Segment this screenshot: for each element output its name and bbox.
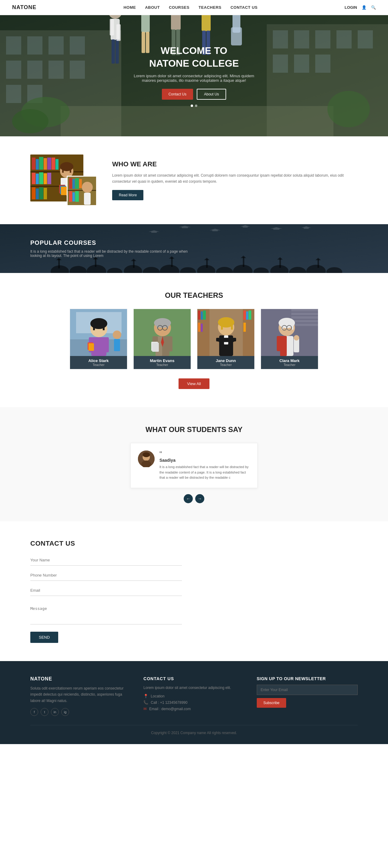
- teacher-photo-jane: [197, 309, 255, 356]
- svg-rect-43: [231, 27, 242, 45]
- svg-rect-100: [304, 228, 308, 229]
- footer-phone: 📞 Call : +1 12345678990: [143, 700, 244, 705]
- svg-rect-8: [6, 61, 21, 79]
- svg-rect-62: [36, 188, 39, 199]
- email-icon: ✉: [143, 707, 147, 711]
- dot-1[interactable]: [191, 104, 193, 107]
- view-all-button[interactable]: View All: [179, 378, 209, 389]
- phone-input[interactable]: [30, 570, 182, 581]
- svg-rect-140: [103, 337, 109, 352]
- svg-rect-22: [61, 106, 333, 136]
- svg-rect-81: [75, 178, 79, 189]
- teacher-role-alice: Teacher: [72, 363, 125, 367]
- nav-teachers[interactable]: TEACHERS: [199, 5, 221, 10]
- footer: NATONE Soluta odit exercitationem rerum …: [0, 661, 388, 744]
- svg-point-151: [154, 318, 171, 328]
- svg-rect-169: [201, 311, 203, 320]
- svg-rect-18: [358, 30, 373, 49]
- svg-rect-128: [243, 257, 244, 267]
- dot-2[interactable]: [195, 104, 197, 107]
- svg-rect-174: [246, 311, 248, 320]
- svg-rect-63: [39, 187, 43, 199]
- svg-rect-204: [277, 336, 282, 351]
- footer-brand-text: Soluta odit exercitationem rerum aperiam…: [30, 685, 131, 704]
- svg-rect-56: [39, 172, 43, 184]
- svg-rect-79: [69, 178, 72, 189]
- svg-rect-12: [6, 85, 21, 103]
- nav-home[interactable]: HOME: [123, 5, 136, 10]
- subscribe-button[interactable]: Subscribe: [257, 698, 286, 708]
- instagram-icon[interactable]: ig: [61, 708, 69, 716]
- svg-rect-147: [114, 339, 120, 351]
- read-more-button[interactable]: Read More: [112, 190, 143, 200]
- svg-rect-6: [49, 36, 64, 55]
- svg-rect-122: [133, 260, 135, 268]
- popular-courses-section: POPULAR COURSES It is a long established…: [0, 224, 388, 273]
- svg-rect-124: [171, 258, 173, 267]
- linkedin-icon[interactable]: in: [51, 708, 59, 716]
- hero-subtitle: Lorem ipsum dolor sit amet consectetur a…: [133, 73, 255, 83]
- svg-point-203: [294, 335, 299, 341]
- who-image: [30, 155, 97, 206]
- svg-rect-14: [273, 30, 288, 49]
- message-input[interactable]: [30, 603, 182, 624]
- name-input[interactable]: [30, 555, 182, 566]
- email-input[interactable]: [30, 585, 182, 596]
- svg-rect-38: [202, 15, 211, 31]
- svg-rect-190: [291, 316, 318, 319]
- nav-links: HOME ABOUT COURSES TEACHERS CONTACT US: [123, 5, 257, 10]
- teacher-name-martin: Martin Evans: [136, 359, 188, 363]
- nav-contact[interactable]: CONTACT US: [230, 5, 257, 10]
- footer-email: ✉ Email : demo@gmail.com: [143, 707, 244, 711]
- svg-rect-160: [152, 343, 159, 352]
- login-link[interactable]: LOGIN: [345, 5, 357, 10]
- svg-rect-19: [273, 55, 288, 73]
- courses-heading: POPULAR COURSES: [30, 239, 358, 246]
- svg-rect-54: [32, 173, 35, 184]
- svg-rect-171: [198, 323, 200, 332]
- svg-point-45: [327, 91, 370, 127]
- send-button[interactable]: SEND: [30, 632, 58, 643]
- contact-us-button[interactable]: Contact Us: [162, 89, 193, 100]
- svg-rect-65: [30, 171, 83, 173]
- testimonial-text: It is a long established fact that a rea…: [159, 464, 250, 480]
- svg-rect-144: [93, 323, 95, 330]
- svg-point-46: [12, 109, 49, 133]
- next-testimonial-button[interactable]: →: [195, 494, 204, 503]
- svg-rect-192: [291, 323, 318, 326]
- footer-contact-text: Lorem ipsum dolor sit amet consectetur a…: [143, 685, 244, 691]
- teachers-heading: OUR TEACHERS: [30, 291, 358, 300]
- svg-rect-73: [61, 187, 67, 195]
- nav-about[interactable]: ABOUT: [145, 5, 160, 10]
- teacher-photo-alice: [70, 309, 127, 356]
- courses-text: It is a long established fact that a rea…: [30, 249, 197, 258]
- brand-logo[interactable]: NATONE: [12, 4, 36, 10]
- svg-rect-52: [43, 158, 47, 170]
- svg-rect-185: [218, 338, 235, 342]
- teacher-role-martin: Teacher: [136, 363, 188, 367]
- svg-point-146: [113, 331, 121, 339]
- about-us-button[interactable]: About Us: [197, 89, 226, 100]
- teacher-card-jane: Jane Dunn Teacher: [197, 309, 255, 369]
- svg-rect-175: [248, 311, 251, 320]
- hero-section: WELCOME TO NATONE COLLEGE Lorem ipsum do…: [0, 15, 388, 136]
- nav-courses[interactable]: COURSES: [169, 5, 189, 10]
- search-icon[interactable]: 🔍: [371, 5, 376, 10]
- svg-rect-80: [72, 179, 75, 189]
- svg-rect-10: [49, 61, 64, 79]
- copyright-text: Copyright © 2021 Company name All rights…: [151, 731, 237, 735]
- hero-buttons: Contact Us About Us: [133, 89, 255, 100]
- svg-rect-61: [32, 187, 35, 199]
- facebook-icon[interactable]: f: [30, 708, 38, 716]
- prev-testimonial-button[interactable]: ←: [184, 494, 193, 503]
- svg-rect-27: [110, 19, 114, 35]
- svg-rect-188: [291, 309, 318, 311]
- phone-text: Call : +1 12345678990: [151, 701, 187, 705]
- svg-rect-189: [291, 313, 318, 315]
- svg-rect-180: [231, 322, 233, 330]
- newsletter-email-input[interactable]: [257, 685, 358, 695]
- who-we-are-section: WHO WE ARE Lorem ipsum dolor sit amet co…: [0, 136, 388, 224]
- svg-rect-34: [171, 15, 181, 30]
- twitter-icon[interactable]: t: [40, 708, 49, 716]
- person-icon[interactable]: 👤: [362, 5, 366, 10]
